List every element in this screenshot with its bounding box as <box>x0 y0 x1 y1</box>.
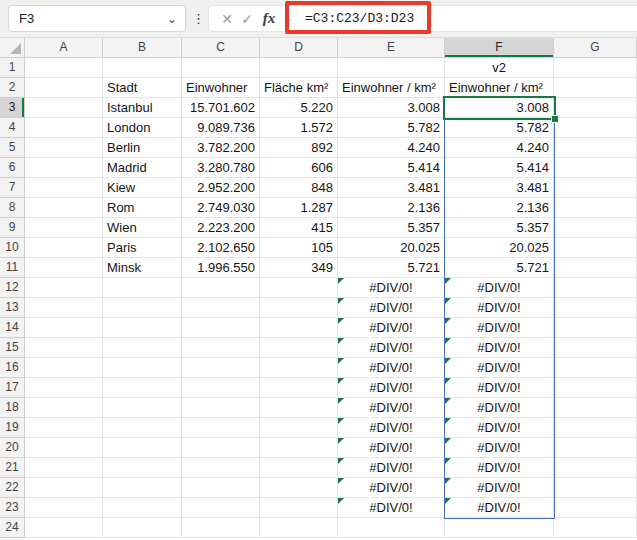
cell-G15[interactable] <box>554 338 637 358</box>
cell-D5[interactable]: 892 <box>260 138 338 158</box>
cell-A14[interactable] <box>25 318 103 338</box>
cell-C10[interactable]: 2.102.650 <box>182 238 260 258</box>
cell-A6[interactable] <box>25 158 103 178</box>
cell-F22[interactable]: #DIV/0! <box>445 478 554 498</box>
cell-C1[interactable] <box>182 58 260 78</box>
cell-B12[interactable] <box>103 278 182 298</box>
cell-D15[interactable] <box>260 338 338 358</box>
column-header-G[interactable]: G <box>554 38 637 58</box>
name-box[interactable]: F3 ⌄ <box>8 5 186 32</box>
cell-G2[interactable] <box>554 78 637 98</box>
cell-F9[interactable]: 5.357 <box>445 218 554 238</box>
cell-D16[interactable] <box>260 358 338 378</box>
cell-E22[interactable]: #DIV/0! <box>338 478 445 498</box>
cell-D9[interactable]: 415 <box>260 218 338 238</box>
row-header-22[interactable]: 22 <box>0 478 25 498</box>
cell-D2[interactable]: Fläche km² <box>260 78 338 98</box>
row-header-13[interactable]: 13 <box>0 298 25 318</box>
cell-F18[interactable]: #DIV/0! <box>445 398 554 418</box>
cell-A5[interactable] <box>25 138 103 158</box>
cell-A4[interactable] <box>25 118 103 138</box>
cell-B14[interactable] <box>103 318 182 338</box>
cell-G4[interactable] <box>554 118 637 138</box>
cell-F16[interactable]: #DIV/0! <box>445 358 554 378</box>
cell-E2[interactable]: Einwohner / km² <box>338 78 445 98</box>
cell-E20[interactable]: #DIV/0! <box>338 438 445 458</box>
column-header-E[interactable]: E <box>338 38 445 58</box>
cell-G10[interactable] <box>554 238 637 258</box>
cell-E19[interactable]: #DIV/0! <box>338 418 445 438</box>
cell-E9[interactable]: 5.357 <box>338 218 445 238</box>
cell-E10[interactable]: 20.025 <box>338 238 445 258</box>
row-header-17[interactable]: 17 <box>0 378 25 398</box>
cell-C16[interactable] <box>182 358 260 378</box>
cell-E21[interactable]: #DIV/0! <box>338 458 445 478</box>
cell-B8[interactable]: Rom <box>103 198 182 218</box>
cell-B5[interactable]: Berlin <box>103 138 182 158</box>
cell-D14[interactable] <box>260 318 338 338</box>
cell-A24[interactable] <box>25 518 103 538</box>
cell-B6[interactable]: Madrid <box>103 158 182 178</box>
cell-B24[interactable] <box>103 518 182 538</box>
cell-C14[interactable] <box>182 318 260 338</box>
cell-C4[interactable]: 9.089.736 <box>182 118 260 138</box>
cell-A10[interactable] <box>25 238 103 258</box>
cell-G19[interactable] <box>554 418 637 438</box>
cell-C7[interactable]: 2.952.200 <box>182 178 260 198</box>
cell-E4[interactable]: 5.782 <box>338 118 445 138</box>
cell-E12[interactable]: #DIV/0! <box>338 278 445 298</box>
cell-F17[interactable]: #DIV/0! <box>445 378 554 398</box>
cell-C2[interactable]: Einwohner <box>182 78 260 98</box>
cell-F11[interactable]: 5.721 <box>445 258 554 278</box>
cell-A23[interactable] <box>25 498 103 518</box>
cell-D7[interactable]: 848 <box>260 178 338 198</box>
cell-G18[interactable] <box>554 398 637 418</box>
cell-E18[interactable]: #DIV/0! <box>338 398 445 418</box>
cell-D11[interactable]: 349 <box>260 258 338 278</box>
cell-A20[interactable] <box>25 438 103 458</box>
row-header-8[interactable]: 8 <box>0 198 25 218</box>
cell-B18[interactable] <box>103 398 182 418</box>
row-header-15[interactable]: 15 <box>0 338 25 358</box>
cell-C9[interactable]: 2.223.200 <box>182 218 260 238</box>
cell-G11[interactable] <box>554 258 637 278</box>
cell-D17[interactable] <box>260 378 338 398</box>
cell-G21[interactable] <box>554 458 637 478</box>
cell-B7[interactable]: Kiew <box>103 178 182 198</box>
cell-B22[interactable] <box>103 478 182 498</box>
cell-A16[interactable] <box>25 358 103 378</box>
row-header-20[interactable]: 20 <box>0 438 25 458</box>
cell-F21[interactable]: #DIV/0! <box>445 458 554 478</box>
cell-C11[interactable]: 1.996.550 <box>182 258 260 278</box>
cell-D18[interactable] <box>260 398 338 418</box>
cell-E13[interactable]: #DIV/0! <box>338 298 445 318</box>
cell-F13[interactable]: #DIV/0! <box>445 298 554 318</box>
cell-G8[interactable] <box>554 198 637 218</box>
cell-A11[interactable] <box>25 258 103 278</box>
row-header-4[interactable]: 4 <box>0 118 25 138</box>
cell-A22[interactable] <box>25 478 103 498</box>
cell-D6[interactable]: 606 <box>260 158 338 178</box>
cell-F12[interactable]: #DIV/0! <box>445 278 554 298</box>
cell-G3[interactable] <box>554 98 637 118</box>
cell-D23[interactable] <box>260 498 338 518</box>
cell-B17[interactable] <box>103 378 182 398</box>
cell-D24[interactable] <box>260 518 338 538</box>
column-header-B[interactable]: B <box>103 38 182 58</box>
cell-G23[interactable] <box>554 498 637 518</box>
cell-E17[interactable]: #DIV/0! <box>338 378 445 398</box>
cell-A19[interactable] <box>25 418 103 438</box>
cell-B9[interactable]: Wien <box>103 218 182 238</box>
cell-F6[interactable]: 5.414 <box>445 158 554 178</box>
cell-F19[interactable]: #DIV/0! <box>445 418 554 438</box>
cell-E3[interactable]: 3.008 <box>338 98 445 118</box>
cell-F14[interactable]: #DIV/0! <box>445 318 554 338</box>
insert-function-icon[interactable]: fx <box>257 10 281 27</box>
cell-D10[interactable]: 105 <box>260 238 338 258</box>
cell-D19[interactable] <box>260 418 338 438</box>
row-header-18[interactable]: 18 <box>0 398 25 418</box>
cell-D13[interactable] <box>260 298 338 318</box>
row-header-10[interactable]: 10 <box>0 238 25 258</box>
cell-B4[interactable]: London <box>103 118 182 138</box>
cell-G13[interactable] <box>554 298 637 318</box>
